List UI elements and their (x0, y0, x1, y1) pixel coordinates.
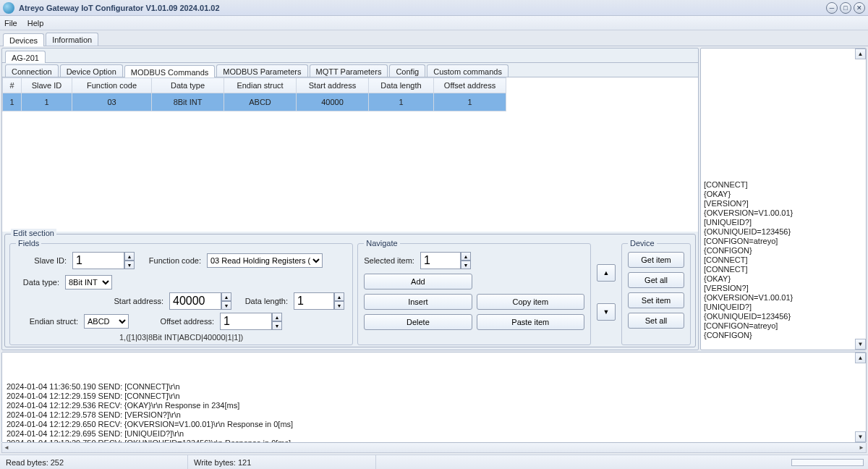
get-item-button[interactable]: Get item (628, 252, 684, 268)
titlebar[interactable]: Atreyo Gateway IoT Configurator V1.01.09… (0, 0, 868, 16)
label-slave-id: Slave ID: (16, 256, 67, 265)
tab-config[interactable]: Config (389, 64, 425, 77)
sel-up[interactable]: ▲ (461, 252, 471, 261)
select-data-type[interactable]: 8Bit INT (65, 275, 112, 290)
inner-tabs: Connection Device Option MODBUS Commands… (2, 63, 698, 77)
log-line: {OKVERSION=V1.00.01} (704, 293, 863, 303)
tab-custom-commands[interactable]: Custom commands (427, 64, 509, 77)
insert-button[interactable]: Insert (364, 294, 472, 310)
edit-legend: Edit section (11, 229, 56, 237)
protocol-log[interactable]: ▲ [CONNECT]{OKAY}[VERSION?]{OKVERSION=V1… (700, 48, 867, 350)
log-line: [VERSION?] (704, 199, 863, 208)
label-endian: Endian struct: (16, 317, 78, 326)
device-tab-ag201[interactable]: AG-201 (5, 51, 46, 63)
commands-table[interactable]: # Slave ID Function code Data type Endia… (2, 77, 698, 232)
label-start-address: Start address: (16, 297, 163, 305)
fields-raw: 1,([1|03|8Bit INT|ABCD|40000|1|1]) (16, 333, 346, 342)
status-progress (791, 459, 864, 466)
app-icon (3, 2, 14, 14)
slave-id-down[interactable]: ▼ (124, 261, 135, 269)
menu-file[interactable]: File (4, 19, 17, 28)
log-line: {OKUNIQUEID=123456} (704, 227, 863, 237)
log-line: {OKAY} (704, 190, 863, 199)
log-line: {OKVERSION=V1.00.01} (704, 208, 863, 218)
sel-down[interactable]: ▼ (461, 261, 471, 269)
maximize-button[interactable]: □ (840, 2, 851, 14)
status-read-bytes: Read bytes: 252 (0, 455, 188, 469)
table-row[interactable]: 1 1 03 8Bit INT ABCD 40000 1 1 (3, 93, 698, 111)
saddr-up[interactable]: ▲ (221, 292, 231, 301)
get-all-button[interactable]: Get all (628, 272, 684, 288)
set-item-button[interactable]: Set item (628, 292, 684, 308)
select-function-code[interactable]: 03 Read Holding Registers (4x) (207, 253, 323, 268)
th-offset-address[interactable]: Offset address (434, 78, 506, 93)
label-data-type: Data type: (16, 278, 59, 287)
navigate-group: Navigate Selected item: ▲▼ Add Insert Co… (357, 239, 591, 345)
close-button[interactable]: ✕ (854, 2, 865, 14)
scroll-down-icon[interactable]: ▼ (855, 339, 866, 350)
th-data-length[interactable]: Data length (369, 78, 434, 93)
scroll-up-icon[interactable]: ▲ (855, 48, 866, 59)
console-hscroll[interactable]: ◄► (1, 443, 867, 453)
status-write-bytes: Write bytes: 121 (188, 455, 376, 469)
oaddr-down[interactable]: ▼ (272, 321, 282, 330)
label-function-code: Function code: (140, 256, 201, 265)
main-tabs: Devices Information (0, 30, 868, 46)
log-line: {OKUNIQUEID=123456} (704, 312, 863, 321)
paste-item-button[interactable]: Paste item (477, 314, 584, 330)
log-line: [VERSION?] (704, 284, 863, 293)
tab-modbus-commands[interactable]: MODBUS Commands (124, 65, 216, 77)
menubar: File Help (0, 16, 868, 30)
label-data-length: Data length: (237, 297, 288, 305)
slave-id-up[interactable]: ▲ (124, 252, 135, 261)
log-line: {CONFIGON} (704, 331, 863, 340)
set-all-button[interactable]: Set all (628, 313, 684, 329)
log-line: [CONNECT] (704, 255, 863, 265)
add-button[interactable]: Add (364, 274, 472, 290)
input-offset-address[interactable] (220, 313, 272, 330)
tab-device-option[interactable]: Device Option (60, 64, 123, 77)
menu-help[interactable]: Help (27, 19, 44, 28)
tab-devices[interactable]: Devices (3, 33, 44, 46)
log-line: [UNIQUEID?] (704, 218, 863, 227)
nav-up-button[interactable]: ▲ (597, 264, 616, 282)
copy-item-button[interactable]: Copy item (477, 294, 584, 310)
log-line: [CONNECT] (704, 180, 863, 190)
console-scroll-down-icon[interactable]: ▼ (855, 431, 866, 442)
log-line: [CONFIGON=atreyo] (704, 321, 863, 331)
fields-group: Fields Slave ID: ▲▼ Function code: 03 Re… (9, 239, 353, 345)
input-selected-item[interactable] (420, 252, 461, 269)
log-line: [UNIQUEID?] (704, 303, 863, 312)
tab-mqtt-parameters[interactable]: MQTT Parameters (310, 64, 388, 77)
device-group: Device Get item Get all Set item Set all (621, 239, 691, 345)
select-endian[interactable]: ABCD (84, 314, 129, 329)
th-start-address[interactable]: Start address (297, 78, 369, 93)
window-title: Atreyo Gateway IoT Configurator V1.01.09… (19, 4, 220, 12)
th-index[interactable]: # (3, 78, 22, 93)
tab-modbus-parameters[interactable]: MODBUS Parameters (216, 64, 307, 77)
th-endian[interactable]: Endian struct (224, 78, 297, 93)
th-function-code[interactable]: Function code (72, 78, 152, 93)
edit-section: Edit section Fields Slave ID: ▲▼ Functio… (4, 234, 696, 347)
input-data-length[interactable] (294, 292, 334, 310)
label-offset-address: Offset address: (135, 317, 214, 326)
tab-connection[interactable]: Connection (5, 64, 59, 77)
saddr-down[interactable]: ▼ (221, 301, 231, 310)
dlen-down[interactable]: ▼ (334, 301, 344, 310)
minimize-button[interactable]: ─ (826, 2, 838, 14)
log-line: {CONFIGON} (704, 246, 863, 255)
th-slave-id[interactable]: Slave ID (22, 78, 72, 93)
label-selected-item: Selected item: (364, 256, 414, 265)
delete-button[interactable]: Delete (364, 314, 472, 330)
oaddr-up[interactable]: ▲ (272, 313, 282, 321)
status-bar: Read bytes: 252 Write bytes: 121 (0, 455, 868, 469)
th-data-type[interactable]: Data type (152, 78, 224, 93)
dlen-up[interactable]: ▲ (334, 292, 344, 301)
input-start-address[interactable] (169, 292, 221, 310)
nav-arrows: ▲ ▼ (595, 239, 617, 345)
nav-down-button[interactable]: ▼ (597, 303, 616, 321)
tab-information[interactable]: Information (46, 33, 98, 46)
console-scroll-up-icon[interactable]: ▲ (855, 352, 866, 363)
console-log[interactable]: ▲ 2024-01-04 11:36:50.190 SEND: [CONNECT… (1, 352, 867, 443)
input-slave-id[interactable] (72, 252, 124, 269)
